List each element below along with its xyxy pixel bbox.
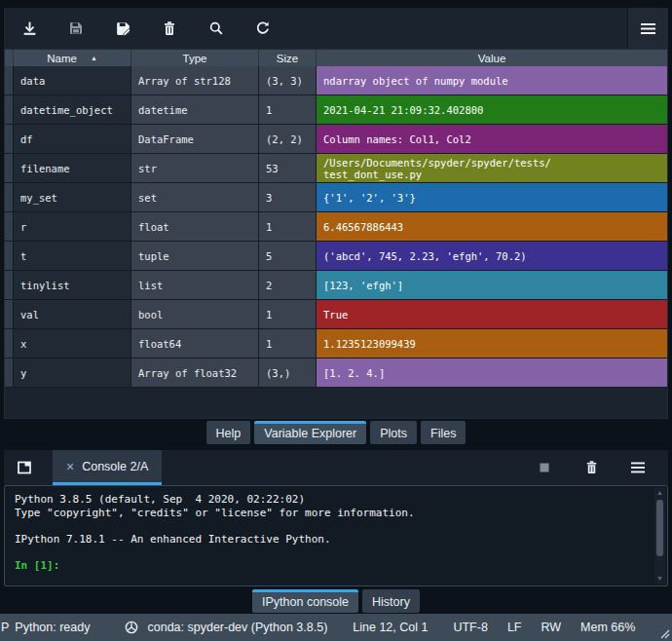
variable-name-cell[interactable]: y <box>14 358 131 387</box>
variable-value-cell[interactable]: {'1', '2', '3'} <box>317 183 667 211</box>
variable-name-cell[interactable]: data <box>14 66 131 94</box>
variable-size-cell[interactable]: 5 <box>259 242 317 270</box>
table-row[interactable]: y Array of float32 (3,) [1. 2. 4.] <box>5 358 667 388</box>
variable-type-cell[interactable]: set <box>131 183 259 211</box>
conda-environment-status[interactable]: conda: spyder-dev (Python 3.8.5) <box>147 621 327 634</box>
table-row[interactable]: x float64 1 1.1235123099439 <box>5 329 667 358</box>
scrollbar-thumb[interactable] <box>656 500 663 556</box>
table-row[interactable]: tinylist list 2 [123, 'efgh'] <box>5 271 667 300</box>
row-vertical-header[interactable] <box>5 329 14 358</box>
refresh-button[interactable] <box>247 13 279 44</box>
variable-value-cell[interactable]: /Users/Documents/spyder/spyder/tests/ te… <box>317 154 667 182</box>
variable-size-cell[interactable]: 1 <box>259 300 317 328</box>
variable-value-cell[interactable]: [123, 'efgh'] <box>317 271 667 299</box>
variable-name-cell[interactable]: r <box>14 212 131 241</box>
variable-value-cell[interactable]: True <box>317 300 667 328</box>
variable-name-cell[interactable]: datetime_object <box>14 95 131 124</box>
variable-name-cell[interactable]: val <box>14 300 131 328</box>
tab[interactable]: Files <box>421 421 466 444</box>
tab[interactable]: Plots <box>370 421 417 444</box>
row-vertical-header[interactable] <box>5 212 14 241</box>
variable-size-cell[interactable]: 3 <box>259 183 317 211</box>
row-vertical-header[interactable] <box>5 242 14 270</box>
variable-type-cell[interactable]: DataFrame <box>131 125 259 153</box>
row-vertical-header[interactable] <box>5 95 14 124</box>
column-header-name[interactable]: Name ▲ <box>14 50 131 66</box>
remove-all-variables-console-button[interactable] <box>580 457 602 478</box>
variable-type-cell[interactable]: float64 <box>131 329 259 358</box>
variable-type-cell[interactable]: bool <box>131 300 259 328</box>
save-data-button[interactable] <box>60 13 92 44</box>
tab[interactable]: Help <box>206 421 251 444</box>
row-vertical-header[interactable] <box>5 358 14 387</box>
variable-type-cell[interactable]: str <box>131 154 259 182</box>
row-vertical-header[interactable] <box>5 66 14 94</box>
variable-size-cell[interactable]: 53 <box>259 154 317 182</box>
table-row[interactable]: df DataFrame (2, 2) Column names: Col1, … <box>5 125 667 154</box>
variable-name-cell[interactable]: x <box>14 329 131 358</box>
scroll-up-icon[interactable]: ▲ <box>654 488 665 498</box>
variable-type-cell[interactable]: Array of float32 <box>131 358 259 387</box>
variable-type-cell[interactable]: datetime <box>131 95 259 124</box>
table-row[interactable]: t tuple 5 ('abcd', 745, 2.23, 'efgh', 70… <box>5 242 667 271</box>
variable-name-cell[interactable]: t <box>14 242 131 270</box>
variable-size-cell[interactable]: 2 <box>259 271 317 299</box>
resize-grip[interactable] <box>658 627 670 639</box>
variable-type-cell[interactable]: float <box>131 212 259 241</box>
variable-name-cell[interactable]: df <box>14 125 131 153</box>
variable-value-cell[interactable]: 2021-04-21 21:09:32.402800 <box>317 95 667 124</box>
variable-name: r <box>20 221 26 233</box>
column-header-type[interactable]: Type <box>131 50 259 66</box>
tab[interactable]: Variable Explorer <box>254 421 366 444</box>
variable-value-cell[interactable]: 1.1235123099439 <box>317 329 667 358</box>
table-row[interactable]: r float 1 6.46567886443 <box>5 212 667 242</box>
row-vertical-header[interactable] <box>5 125 14 153</box>
table-row[interactable]: filename str 53 /Users/Documents/spyder/… <box>5 154 667 183</box>
tab[interactable]: History <box>362 589 420 613</box>
row-vertical-header[interactable] <box>5 154 14 182</box>
scroll-down-icon[interactable]: ▼ <box>654 574 665 584</box>
console-tab[interactable]: × Console 2/A <box>53 450 162 485</box>
variable-explorer-options-button[interactable] <box>627 8 668 49</box>
console-options-button[interactable] <box>627 457 649 478</box>
console-scrollbar[interactable]: ▲ ▼ <box>654 488 665 584</box>
variable-type-cell[interactable]: Array of str128 <box>131 66 259 94</box>
row-vertical-header[interactable] <box>5 183 14 211</box>
row-vertical-header[interactable] <box>5 300 14 328</box>
variable-size-cell[interactable]: 1 <box>259 95 317 124</box>
variable-name-cell[interactable]: tinylist <box>14 271 131 299</box>
variable-size-cell[interactable]: 1 <box>259 212 317 241</box>
variable-value: /Users/Documents/spyder/spyder/tests/ te… <box>323 157 551 180</box>
variable-size-cell[interactable]: (3,) <box>259 358 317 387</box>
column-header-size[interactable]: Size <box>259 50 317 66</box>
row-vertical-header[interactable] <box>5 271 14 299</box>
variable-size-cell[interactable]: (2, 2) <box>259 125 317 153</box>
variable-value-cell[interactable]: ndarray object of numpy module <box>317 66 667 94</box>
search-button[interactable] <box>201 13 232 44</box>
console-output[interactable]: Python 3.8.5 (default, Sep 4 2020, 02:22… <box>4 485 668 586</box>
conda-icon <box>125 621 138 634</box>
variable-value-cell[interactable]: 6.46567886443 <box>317 212 667 241</box>
save-data-as-button[interactable] <box>107 13 138 44</box>
variable-value-cell[interactable]: [1. 2. 4.] <box>317 358 667 387</box>
remove-all-variables-button[interactable] <box>154 13 185 44</box>
close-icon[interactable]: × <box>66 461 74 472</box>
tab[interactable]: IPython console <box>252 589 358 613</box>
variable-type-cell[interactable]: list <box>131 271 259 299</box>
column-header-value[interactable]: Value <box>317 50 667 66</box>
console-prompt[interactable]: In [1]: <box>15 559 665 573</box>
variable-name-cell[interactable]: my_set <box>14 183 131 211</box>
table-row[interactable]: data Array of str128 (3, 3) ndarray obje… <box>5 66 667 95</box>
variable-size-cell[interactable]: 1 <box>259 329 317 358</box>
variable-size-cell[interactable]: (3, 3) <box>259 66 317 94</box>
variable-name-cell[interactable]: filename <box>14 154 131 182</box>
variable-type-cell[interactable]: tuple <box>131 242 259 270</box>
variable-value-cell[interactable]: Column names: Col1, Col2 <box>317 125 667 153</box>
import-data-button[interactable] <box>14 13 45 44</box>
table-row[interactable]: val bool 1 True <box>5 300 667 329</box>
table-row[interactable]: my_set set 3 {'1', '2', '3'} <box>5 183 667 212</box>
variable-value-cell[interactable]: ('abcd', 745, 2.23, 'efgh', 70.2) <box>317 242 667 270</box>
browse-tabs-button[interactable] <box>10 453 39 482</box>
table-row[interactable]: datetime_object datetime 1 2021-04-21 21… <box>5 95 667 125</box>
stop-button[interactable] <box>534 457 555 478</box>
